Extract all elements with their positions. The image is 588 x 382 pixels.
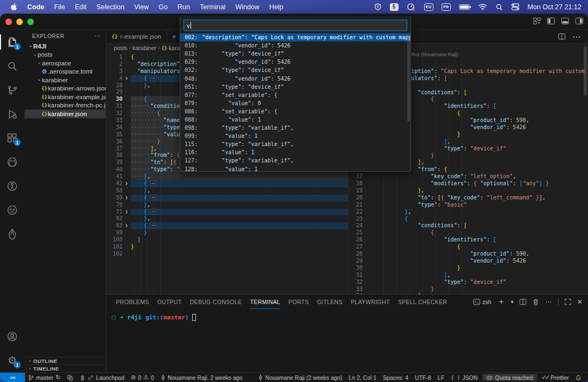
explorer-item-karabiner-arrows.json[interactable]: {}karabiner-arrows.json xyxy=(24,84,106,93)
activity-astro-icon[interactable] xyxy=(0,222,24,246)
panel-more-actions-icon[interactable]: ⋯ xyxy=(545,298,552,306)
menu-code[interactable]: Code xyxy=(22,3,49,11)
activity-account-icon[interactable] xyxy=(0,324,24,348)
folded-region-badge[interactable]: ⋯ xyxy=(150,75,157,81)
tab-r-example-json[interactable]: {}r-example.json xyxy=(106,30,167,43)
activity-gitlens-icon[interactable] xyxy=(0,174,24,198)
menubar-clock[interactable]: Mon Oct 27 21:12 xyxy=(528,3,581,11)
code-line-30[interactable]: 30 } xyxy=(348,265,588,272)
timeline-section[interactable]: ›TIMELINE xyxy=(24,365,106,372)
menu-view[interactable]: View xyxy=(129,3,154,11)
badge-5-icon[interactable]: 5 xyxy=(390,3,399,11)
menu-selection[interactable]: Selection xyxy=(91,3,129,11)
code-line-82[interactable]: 82 }, xyxy=(106,215,348,222)
status-indentation[interactable]: Spaces: 4 xyxy=(379,373,412,382)
status-launchpad[interactable]: Launchpad xyxy=(76,373,127,382)
status-cursor-position[interactable]: Ln 2, Col 1 xyxy=(346,373,380,382)
editor-scrollbar[interactable] xyxy=(584,46,587,95)
status-gitlens-item[interactable] xyxy=(64,373,76,382)
explorer-item-karabiner-french-pc.json[interactable]: {}karabiner-french-pc.json xyxy=(24,101,106,110)
panel-tab-output[interactable]: OUTPUT xyxy=(157,295,182,309)
gauge-warning-icon[interactable] xyxy=(407,3,416,11)
code-line-19[interactable]: 19 }, xyxy=(348,187,588,195)
code-line-23[interactable]: 23 { xyxy=(348,216,588,223)
code-line-100[interactable]: 100 ] xyxy=(106,237,348,244)
quick-open-input[interactable]: v xyxy=(183,20,407,31)
quickpick-row-127[interactable]: 127: "type": "variable_if", xyxy=(180,156,411,165)
fold-chevron-icon[interactable]: ❯ xyxy=(122,180,131,187)
status-git-branch[interactable]: master↻ xyxy=(25,373,64,382)
fold-chevron-icon[interactable]: ❯ xyxy=(122,209,131,216)
quickpick-row-048[interactable]: 048: "vendor_id": 5426 xyxy=(180,74,411,82)
battery-icon[interactable] xyxy=(459,4,470,10)
code-line-41[interactable]: 41····}, xyxy=(106,173,348,180)
shield-icon[interactable] xyxy=(374,3,382,11)
explorer-item-aerospace[interactable]: ⌄aerospace xyxy=(24,59,106,68)
code-line-27[interactable]: 27 { xyxy=(348,244,588,251)
control-center-icon[interactable] xyxy=(511,3,519,11)
quickpick-scrollbar[interactable] xyxy=(407,34,410,122)
quickpick-row-013[interactable]: 013: "type": "device_if" xyxy=(180,50,411,58)
terminal-dropdown-icon[interactable]: ▾ xyxy=(511,299,513,305)
status-notifications[interactable] xyxy=(572,373,585,382)
activity-search-icon[interactable] xyxy=(0,54,24,78)
fold-chevron-icon[interactable]: ❯ xyxy=(122,195,131,202)
status-prettier[interactable]: ✓✓Prettier xyxy=(538,373,572,382)
quickpick-row-079[interactable]: 079: "value": 0 xyxy=(180,99,411,107)
status-copilot-status[interactable]: Quota reached xyxy=(482,374,536,381)
minimize-window-button[interactable] xyxy=(16,19,23,25)
fold-chevron-icon[interactable]: ❯ xyxy=(122,75,131,82)
code-line-59[interactable]: 59❯ {⋯ xyxy=(106,195,348,202)
code-line-25[interactable]: 25 { xyxy=(348,229,588,237)
quickpick-row-086[interactable]: 086: "set_variable": { xyxy=(180,107,411,116)
code-line-21[interactable]: 21 "type": "basic" xyxy=(348,202,588,209)
menu-help[interactable]: Help xyxy=(265,3,289,11)
split-terminal-icon[interactable] xyxy=(519,299,526,305)
status-eol[interactable]: LF xyxy=(434,373,448,382)
folded-region-badge[interactable]: ⋯ xyxy=(150,180,157,186)
explorer-item-karabiner.json[interactable]: {}karabiner.json xyxy=(24,110,106,118)
code-line-99[interactable]: 99 } xyxy=(106,229,348,237)
explorer-item-karabiner[interactable]: ⌄karabiner xyxy=(24,76,106,84)
close-window-button[interactable] xyxy=(5,19,12,25)
toggle-panel-icon[interactable] xyxy=(561,17,569,25)
activity-settings-gear-icon[interactable]: ⚙1 xyxy=(0,348,24,372)
quickpick-row-099[interactable]: 099: "value": 1 xyxy=(180,132,411,140)
fr-input-icon[interactable]: FR xyxy=(442,3,451,11)
menu-file[interactable]: File xyxy=(49,3,70,11)
explorer-item-karabiner-example.json[interactable]: {}karabiner-example.json xyxy=(24,93,106,101)
quickpick-row-088[interactable]: 088: "value": 1 xyxy=(180,116,411,124)
status-encoding[interactable]: UTF-8 xyxy=(412,373,434,382)
panel-tab-gitlens[interactable]: GITLENS xyxy=(317,295,342,309)
apple-menu-icon[interactable] xyxy=(10,3,18,11)
code-line-17[interactable]: 17 "key_code": "left_option", xyxy=(348,173,588,180)
menu-run[interactable]: Run xyxy=(173,3,195,11)
code-line-83[interactable]: 83❯ {⋯ xyxy=(106,222,348,229)
quickpick-row-077[interactable]: 077: "set_variable": { xyxy=(180,91,411,99)
status-problems[interactable]: ⊘0⚠0 xyxy=(127,373,157,382)
panel-tab-terminal[interactable]: TERMINAL xyxy=(250,295,280,309)
panel-tab-ports[interactable]: PORTS xyxy=(289,295,309,309)
wifi-icon[interactable] xyxy=(478,3,487,11)
menu-window[interactable]: Window xyxy=(230,3,264,11)
fold-chevron-icon[interactable]: ❯ xyxy=(122,222,131,229)
code-line-26[interactable]: 26 "identifiers": [ xyxy=(348,237,588,244)
code-line-71[interactable]: 71❯ {⋯ xyxy=(106,209,348,216)
panel-tab-problems[interactable]: PROBLEMS xyxy=(116,295,149,309)
eu-input-icon[interactable]: EU xyxy=(424,3,433,11)
explorer-item-.aerospace.toml[interactable]: ⚙.aerospace.toml xyxy=(24,68,106,76)
explorer-item-posts[interactable]: ⌄posts xyxy=(24,51,106,59)
code-line-102[interactable]: 102 xyxy=(106,251,348,258)
quickpick-row-002[interactable]: 002:"description": "Caps Lock as tempora… xyxy=(180,33,411,41)
code-line-28[interactable]: 28 "product_id": 590, xyxy=(348,251,588,258)
status-blame-left[interactable]: Nouamane Raji, 2 weeks ago xyxy=(157,373,246,382)
quickpick-row-115[interactable]: 115: "type": "variable_if", xyxy=(180,140,411,148)
toggle-secondary-sidebar-icon[interactable] xyxy=(575,17,584,25)
outline-section[interactable]: ›OUTLINE xyxy=(24,357,106,365)
terminal-content[interactable]: ➜ r4ji git:(master) xyxy=(106,309,588,372)
menu-edit[interactable]: Edit xyxy=(70,3,91,11)
code-line-20[interactable]: 20 "to": [{ "key_code": "left_command" }… xyxy=(348,195,588,202)
quickpick-row-128[interactable]: 128: "value": 1 xyxy=(180,165,411,172)
new-terminal-icon[interactable]: ＋ xyxy=(497,297,505,307)
status-language-mode[interactable]: { }JSON xyxy=(448,373,481,382)
